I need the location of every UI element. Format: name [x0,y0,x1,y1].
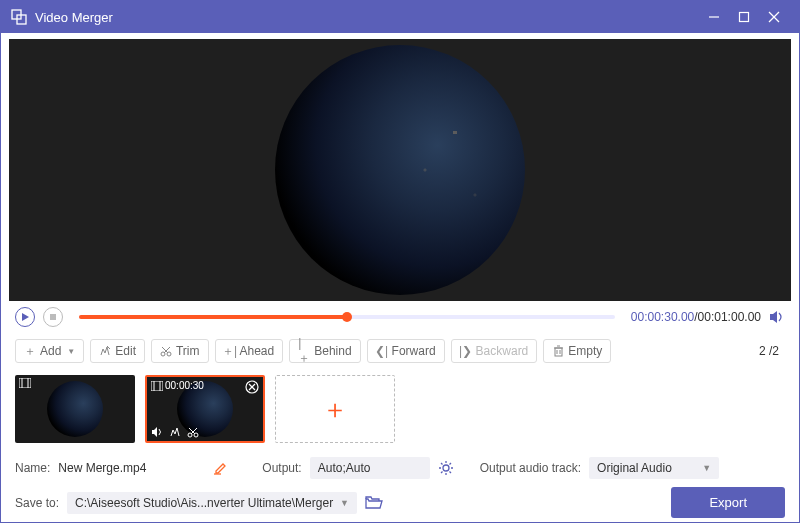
svg-point-34 [443,465,449,471]
output-label: Output: [262,461,301,475]
clip-thumbnail-2[interactable]: 00:00:30 [145,375,265,443]
close-button[interactable] [759,2,789,32]
output-format-select[interactable]: Auto;Auto [310,457,430,479]
name-field[interactable] [58,459,208,478]
trim-button[interactable]: Trim [151,339,209,363]
svg-rect-22 [151,381,163,391]
output-settings-icon[interactable] [438,460,454,476]
open-folder-icon[interactable] [365,496,383,510]
clip-thumbnail-1[interactable] [15,375,135,443]
play-button[interactable] [15,307,35,327]
remove-clip-icon[interactable] [245,380,259,394]
name-label: Name: [15,461,50,475]
svg-rect-14 [555,348,562,356]
svg-rect-3 [740,13,749,22]
svg-marker-6 [22,313,29,321]
clip-audio-icon[interactable] [151,426,163,438]
preview-frame [275,45,525,295]
film-icon [19,378,31,388]
playback-controls: 00:00:30.00/00:01:00.00 [1,301,799,333]
clip-actions [151,426,199,438]
behind-button[interactable]: |＋Behind [289,339,360,363]
clip-effects-icon[interactable] [169,426,181,438]
edit-button[interactable]: Edit [90,339,145,363]
svg-rect-19 [19,378,31,388]
backward-button: |❯Backward [451,339,538,363]
volume-icon[interactable] [769,309,785,325]
clip-timestamp: 00:00:30 [151,380,204,391]
audio-track-label: Output audio track: [480,461,581,475]
output-settings: Name: Output: Auto;Auto Output audio tra… [1,449,799,523]
minimize-button[interactable] [699,2,729,32]
audio-track-select[interactable]: Original Audio▼ [589,457,719,479]
add-clip-button[interactable]: ＋ [275,375,395,443]
clip-counter: 2 /2 [759,344,785,358]
saveto-label: Save to: [15,496,59,510]
export-button[interactable]: Export [671,487,785,518]
saveto-path-select[interactable]: C:\Aiseesoft Studio\Ais...nverter Ultima… [67,492,357,514]
video-preview[interactable] [9,39,791,301]
app-title: Video Merger [35,10,113,25]
app-icon [11,9,27,25]
seek-slider[interactable] [79,315,615,319]
titlebar: Video Merger [1,1,799,33]
svg-rect-7 [50,314,56,320]
clip-trim-icon[interactable] [187,426,199,438]
edit-name-icon[interactable] [214,461,228,475]
svg-marker-28 [152,427,157,437]
svg-marker-8 [770,311,777,323]
forward-button[interactable]: ❮|Forward [367,339,445,363]
ahead-button[interactable]: ＋|Ahead [215,339,284,363]
add-button[interactable]: ＋Add▼ [15,339,84,363]
stop-button[interactable] [43,307,63,327]
time-display: 00:00:30.00/00:01:00.00 [631,310,761,324]
maximize-button[interactable] [729,2,759,32]
clip-thumbnails: 00:00:30 ＋ [1,369,799,449]
edit-toolbar: ＋Add▼ Edit Trim ＋|Ahead |＋Behind ❮|Forwa… [1,333,799,369]
empty-button[interactable]: Empty [543,339,611,363]
